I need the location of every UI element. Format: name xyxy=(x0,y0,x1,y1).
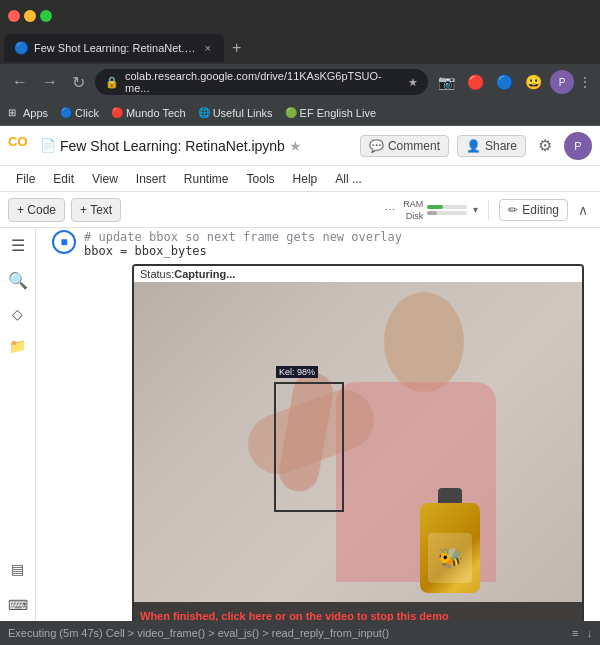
code-cell: ■ # update bbox so next frame gets new o… xyxy=(36,228,600,260)
resources-dropdown[interactable]: ▾ xyxy=(473,204,478,215)
tab-bar: 🔵 Few Shot Learning: RetinaNet.ipynb × + xyxy=(0,32,600,64)
reload-button[interactable]: ↻ xyxy=(68,69,89,96)
tab-favicon: 🔵 xyxy=(14,41,28,55)
cell-code-content[interactable]: # update bbox so next frame gets new ove… xyxy=(84,230,592,258)
bookmark-apps[interactable]: ⊞ Apps xyxy=(8,107,48,119)
active-tab[interactable]: 🔵 Few Shot Learning: RetinaNet.ipynb × xyxy=(4,34,224,62)
cell-gutter: ■ xyxy=(44,230,84,254)
add-code-button[interactable]: + Code xyxy=(8,198,65,222)
status-bar-top: Status:Capturing... xyxy=(134,266,582,282)
disk-progress xyxy=(427,211,467,215)
colab-toolbar: + Code + Text ⋯ RAM Disk ▾ ✏ Editing ∧ xyxy=(0,192,600,228)
add-text-button[interactable]: + Text xyxy=(71,198,121,222)
sidebar-icon-folder[interactable]: 📁 xyxy=(9,338,26,354)
notebook-content: ■ # update bbox so next frame gets new o… xyxy=(36,228,600,621)
bookmark-click[interactable]: 🔵 Click xyxy=(60,107,99,119)
menu-all[interactable]: All ... xyxy=(327,170,370,188)
ram-progress-fill xyxy=(427,205,443,209)
mundo-tech-icon: 🔴 xyxy=(111,107,123,119)
colab-logo: CO xyxy=(8,134,32,158)
close-button[interactable] xyxy=(8,10,20,22)
sidebar: ☰ 🔍 ◇ 📁 ▤ ⌨ xyxy=(0,228,36,621)
useful-links-icon: 🌐 xyxy=(198,107,210,119)
bottom-download-icon[interactable]: ↓ xyxy=(587,627,593,639)
window-controls xyxy=(8,10,52,22)
colab-header: CO 📄 Few Shot Learning: RetinaNet.ipynb … xyxy=(0,126,600,166)
video-output: Status:Capturing... Kel: 98% xyxy=(134,266,582,621)
bottom-menu-icon[interactable]: ≡ xyxy=(572,627,578,639)
ram-label: RAM xyxy=(403,199,423,209)
comment-button[interactable]: 💬 Comment xyxy=(360,135,449,157)
disk-label: Disk xyxy=(406,211,424,221)
status-value: Capturing... xyxy=(174,268,235,280)
minimize-button[interactable] xyxy=(24,10,36,22)
header-actions: 💬 Comment 👤 Share ⚙ P xyxy=(360,132,592,160)
back-button[interactable]: ← xyxy=(8,69,32,95)
sidebar-icon-terminal[interactable]: ▤ xyxy=(11,561,24,577)
code-comment-1: # update bbox so next frame gets new ove… xyxy=(84,230,402,244)
cell-output: Status:Capturing... Kel: 98% xyxy=(36,260,600,621)
face-shape xyxy=(384,292,464,392)
share-button[interactable]: 👤 Share xyxy=(457,135,526,157)
ram-progress xyxy=(427,205,467,209)
main-content: ☰ 🔍 ◇ 📁 ▤ ⌨ ■ # update bbox so next fram… xyxy=(0,228,600,621)
output-area[interactable]: Status:Capturing... Kel: 98% xyxy=(132,264,584,621)
tab-title: Few Shot Learning: RetinaNet.ipynb xyxy=(34,42,196,54)
apps-icon: ⊞ xyxy=(8,107,20,119)
click-icon: 🔵 xyxy=(60,107,72,119)
menu-insert[interactable]: Insert xyxy=(128,170,174,188)
profile-picture[interactable]: P xyxy=(550,70,574,94)
sidebar-icon-search[interactable]: 🔍 xyxy=(8,271,28,290)
colab-area: CO 📄 Few Shot Learning: RetinaNet.ipynb … xyxy=(0,126,600,621)
sidebar-icon-console[interactable]: ⌨ xyxy=(8,597,28,613)
ram-disk-indicator: RAM Disk xyxy=(403,199,467,221)
browser-menu-button[interactable]: ⋮ xyxy=(578,74,592,90)
address-text: colab.research.google.com/drive/11KAsKG6… xyxy=(125,70,402,94)
address-bar[interactable]: 🔒 colab.research.google.com/drive/11KAsK… xyxy=(95,69,428,95)
extension-icon-2[interactable]: 🔴 xyxy=(463,70,488,94)
nav-icons: 📷 🔴 🔵 😀 P ⋮ xyxy=(434,70,592,94)
detection-label: Kel: 98% xyxy=(276,366,318,378)
run-button[interactable]: ■ xyxy=(52,230,76,254)
status-label: Status: xyxy=(140,268,174,280)
menu-view[interactable]: View xyxy=(84,170,126,188)
bookmarks-bar: ⊞ Apps 🔵 Click 🔴 Mundo Tech 🌐 Useful Lin… xyxy=(0,100,600,126)
bottom-right-controls: ≡ ↓ xyxy=(572,627,592,639)
bookmark-useful-links[interactable]: 🌐 Useful Links xyxy=(198,107,273,119)
extension-icon-4[interactable]: 😀 xyxy=(521,70,546,94)
sidebar-icon-diamond[interactable]: ◇ xyxy=(12,306,23,322)
menu-runtime[interactable]: Runtime xyxy=(176,170,237,188)
new-tab-button[interactable]: + xyxy=(224,39,249,57)
notebook-title[interactable]: Few Shot Learning: RetinaNet.ipynb xyxy=(60,138,285,154)
menu-edit[interactable]: Edit xyxy=(45,170,82,188)
browser-status-bar: Executing (5m 47s) Cell > video_frame() … xyxy=(0,621,600,645)
status-bar-bottom[interactable]: When finished, click here or on the vide… xyxy=(134,602,582,621)
toolbar-separator xyxy=(488,200,489,220)
bottle-visualization: 🐝 xyxy=(420,488,480,602)
menu-tools[interactable]: Tools xyxy=(239,170,283,188)
tab-close-button[interactable]: × xyxy=(202,41,214,55)
settings-button[interactable]: ⚙ xyxy=(534,132,556,159)
stop-demo-message: When finished, click here or on the vide… xyxy=(140,610,449,621)
bookmark-ef-english[interactable]: 🟢 EF English Live xyxy=(285,107,376,119)
expand-button[interactable]: ∧ xyxy=(574,200,592,220)
menu-file[interactable]: File xyxy=(8,170,43,188)
comment-icon: 💬 xyxy=(369,139,384,153)
forward-button[interactable]: → xyxy=(38,69,62,95)
editing-button[interactable]: ✏ Editing xyxy=(499,199,568,221)
extension-icon-1[interactable]: 📷 xyxy=(434,70,459,94)
sidebar-icon-menu[interactable]: ☰ xyxy=(11,236,25,255)
ef-english-icon: 🟢 xyxy=(285,107,297,119)
maximize-button[interactable] xyxy=(40,10,52,22)
colab-title-area: 📄 Few Shot Learning: RetinaNet.ipynb ★ xyxy=(40,138,352,154)
menu-help[interactable]: Help xyxy=(285,170,326,188)
nav-bar: ← → ↻ 🔒 colab.research.google.com/drive/… xyxy=(0,64,600,100)
colab-menu: File Edit View Insert Runtime Tools Help… xyxy=(0,166,600,192)
bookmark-mundo-tech[interactable]: 🔴 Mundo Tech xyxy=(111,107,186,119)
bottle-label: 🐝 xyxy=(428,533,472,583)
webcam-view[interactable]: Kel: 98% 🐝 xyxy=(134,282,582,602)
user-avatar[interactable]: P xyxy=(564,132,592,160)
code-line-2: bbox = bbox_bytes xyxy=(84,244,207,258)
star-icon[interactable]: ★ xyxy=(289,138,302,154)
extension-icon-3[interactable]: 🔵 xyxy=(492,70,517,94)
